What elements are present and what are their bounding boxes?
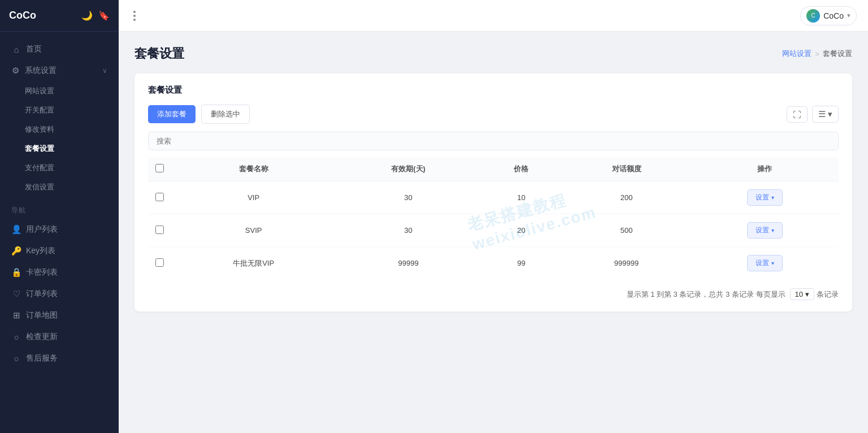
main-area: C CoCo ▾ 套餐设置 网站设置 > 套餐设置 套餐设置 添加套餐 删除选中	[119, 0, 868, 433]
column-icon: ☰	[818, 109, 826, 119]
sidebar-item-edit-profile[interactable]: 修改资料	[25, 120, 119, 139]
add-package-button[interactable]: 添加套餐	[148, 105, 196, 123]
after-sales-label: 售后服务	[26, 353, 58, 363]
package-settings-label: 套餐设置	[25, 144, 54, 154]
moon-icon[interactable]: 🌙	[81, 10, 93, 21]
sidebar-item-user-list[interactable]: 👤 用户列表	[0, 219, 119, 240]
sidebar-item-home-label: 首页	[26, 44, 42, 54]
setting-button[interactable]: 设置▾	[747, 222, 783, 239]
delete-selected-button[interactable]: 删除选中	[201, 105, 250, 124]
row-select-checkbox[interactable]	[155, 258, 164, 267]
column-settings-button[interactable]: ☰ ▾	[812, 106, 839, 123]
row-price: 99	[480, 247, 562, 280]
setting-button[interactable]: 设置▾	[747, 255, 783, 271]
dot2	[133, 15, 136, 17]
row-quota: 500	[562, 214, 691, 247]
payment-config-label: 支付配置	[25, 163, 54, 173]
breadcrumb-parent[interactable]: 网站设置	[782, 49, 811, 59]
breadcrumb: 网站设置 > 套餐设置	[782, 49, 852, 59]
search-input[interactable]	[148, 132, 839, 150]
card-icon: 🔒	[11, 267, 21, 278]
packages-table: 套餐名称 有效期(天) 价格 对话额度 操作 VIP 30 10 200 设置▾	[148, 157, 839, 279]
row-validity: 30	[336, 214, 480, 247]
settings-icon: ⚙	[11, 66, 20, 76]
sidebar-item-package-settings[interactable]: 套餐设置	[25, 139, 119, 158]
user-dropdown-arrow-icon: ▾	[847, 12, 850, 19]
sidebar-item-key-list[interactable]: 🔑 Key列表	[0, 240, 119, 262]
per-page-arrow-icon: ▾	[805, 290, 809, 298]
fullscreen-button[interactable]: ⛶	[787, 106, 808, 123]
menu-dots-button[interactable]	[130, 7, 139, 24]
row-quota: 999999	[562, 247, 691, 280]
sidebar-navigation: ⌂ 首页 ⚙ 系统设置 ∨ 网站设置 开关配置 修改资料 套餐设置	[0, 32, 119, 376]
sidebar-item-switch-config[interactable]: 开关配置	[25, 101, 119, 120]
row-select-checkbox[interactable]	[155, 226, 164, 234]
row-checkbox	[148, 214, 171, 247]
th-validity: 有效期(天)	[336, 157, 480, 181]
search-wrap	[148, 132, 839, 150]
row-checkbox	[148, 181, 171, 214]
sidebar-item-check-update[interactable]: ○ 检查更新	[0, 326, 119, 348]
sidebar-item-order-list[interactable]: ♡ 订单列表	[0, 283, 119, 305]
message-settings-label: 发信设置	[25, 182, 54, 192]
sidebar-item-website-settings[interactable]: 网站设置	[25, 81, 119, 101]
home-icon: ⌂	[11, 45, 21, 54]
th-name: 套餐名称	[171, 157, 336, 181]
sidebar-logo: CoCo 🌙 🔖	[0, 0, 119, 32]
row-name: VIP	[171, 181, 336, 214]
table-header-row: 套餐名称 有效期(天) 价格 对话额度 操作	[148, 157, 839, 181]
sidebar-item-home[interactable]: ⌂ 首页	[0, 38, 119, 60]
header: C CoCo ▾	[119, 0, 868, 32]
row-price: 10	[480, 181, 562, 214]
pagination-bar: 显示第 1 到第 3 条记录，总共 3 条记录 每页显示 10 ▾ 条记录	[148, 288, 839, 300]
breadcrumb-current: 套餐设置	[823, 49, 852, 59]
row-name: SVIP	[171, 214, 336, 247]
user-badge[interactable]: C CoCo ▾	[800, 6, 857, 25]
bookmark-icon[interactable]: 🔖	[98, 10, 110, 21]
header-right: C CoCo ▾	[800, 6, 857, 25]
refresh-icon: ○	[11, 332, 21, 342]
per-page-value: 10	[795, 290, 803, 298]
switch-config-label: 开关配置	[25, 105, 54, 115]
fullscreen-icon: ⛶	[793, 110, 801, 119]
map-icon: ⊞	[11, 310, 21, 321]
sidebar-item-card-list[interactable]: 🔒 卡密列表	[0, 262, 119, 283]
logo-icons: 🌙 🔖	[81, 10, 110, 21]
user-icon: 👤	[11, 224, 21, 235]
breadcrumb-separator: >	[815, 50, 819, 58]
dot1	[133, 11, 136, 13]
package-settings-card: 套餐设置 添加套餐 删除选中 ⛶ ☰ ▾	[134, 73, 852, 311]
logo-text: CoCo	[9, 10, 81, 21]
pagination-info: 显示第 1 到第 3 条记录，总共 3 条记录 每页显示	[627, 289, 785, 300]
row-price: 20	[480, 214, 562, 247]
sidebar-item-after-sales[interactable]: ○ 售后服务	[0, 348, 119, 369]
heart-icon: ♡	[11, 289, 21, 299]
row-action: 设置▾	[691, 247, 839, 280]
table-container: 老呆搭建教程weixiolive.com 套餐名称 有效期(天) 价格 对话额度…	[148, 157, 839, 279]
sidebar-item-system-settings[interactable]: ⚙ 系统设置 ∨	[0, 60, 119, 81]
th-action: 操作	[691, 157, 839, 181]
table-body: VIP 30 10 200 设置▾ SVIP 30 20 500 设置▾ 牛批无…	[148, 181, 839, 280]
row-checkbox	[148, 247, 171, 280]
avatar: C	[806, 9, 820, 23]
check-update-label: 检查更新	[26, 332, 58, 342]
sidebar-item-payment-config[interactable]: 支付配置	[25, 158, 119, 177]
sidebar-item-message-settings[interactable]: 发信设置	[25, 177, 119, 197]
system-settings-row: 系统设置 ∨	[25, 66, 107, 76]
setting-button[interactable]: 设置▾	[747, 189, 783, 206]
row-select-checkbox[interactable]	[155, 193, 164, 201]
setting-arrow-icon: ▾	[771, 260, 774, 266]
sidebar: CoCo 🌙 🔖 ⌂ 首页 ⚙ 系统设置 ∨ 网站设置 开关配置	[0, 0, 119, 433]
key-icon: 🔑	[11, 246, 21, 256]
setting-arrow-icon: ▾	[771, 194, 774, 201]
table-toolbar: 添加套餐 删除选中 ⛶ ☰ ▾	[148, 105, 839, 124]
table-row: SVIP 30 20 500 设置▾	[148, 214, 839, 247]
setting-arrow-icon: ▾	[771, 227, 774, 233]
per-page-unit: 条记录	[817, 289, 839, 300]
nav-section-label: 导航	[0, 197, 119, 219]
sidebar-item-order-map[interactable]: ⊞ 订单地图	[0, 305, 119, 326]
row-action: 设置▾	[691, 214, 839, 247]
row-validity: 30	[336, 181, 480, 214]
select-all-checkbox[interactable]	[155, 164, 164, 172]
per-page-select[interactable]: 10 ▾	[790, 288, 814, 300]
